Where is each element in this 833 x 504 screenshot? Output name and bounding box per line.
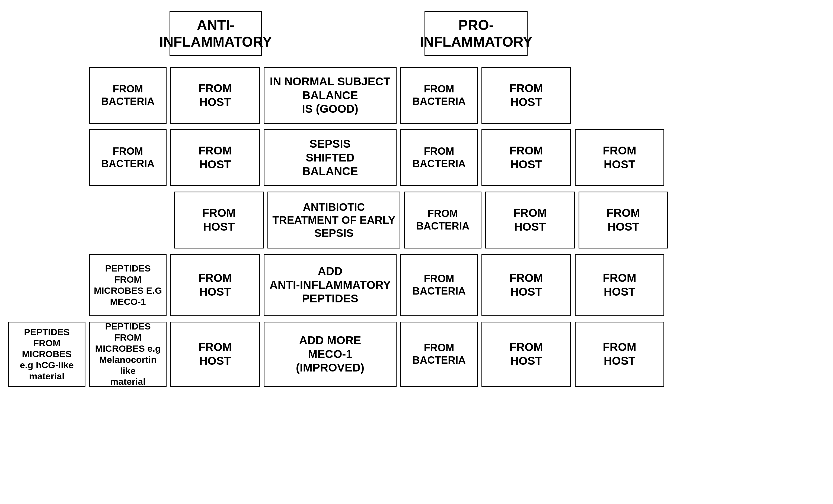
cell-pro-host1-r5: FROM HOST (481, 322, 571, 387)
cell-center-r3: ANTIBIOTIC TREATMENT OF EARLY SEPSIS (267, 192, 400, 249)
header-pro: PRO- INFLAMMATORY (425, 11, 528, 56)
cell-pro-bacteria-r2: FROM BACTERIA (400, 129, 478, 186)
cell-anti-bacteria-r2: FROM BACTERIA (89, 129, 167, 186)
cell-anti-host-r3: FROM HOST (174, 192, 264, 249)
cell-pro-host2-r2: FROM HOST (575, 129, 664, 186)
row-antibiotic: FROM HOST ANTIBIOTIC TREATMENT OF EARLY … (8, 192, 825, 249)
cell-pro-host2-r5: FROM HOST (575, 322, 664, 387)
cell-center-r5: ADD MORE MECO-1 (IMPROVED) (264, 322, 397, 387)
cell-pro-bacteria-r5: FROM BACTERIA (400, 322, 478, 387)
cell-pro-bacteria-r3: FROM BACTERIA (404, 192, 481, 249)
cell-center-r2: SEPSIS SHIFTED BALANCE (264, 129, 397, 186)
row-normal: FROM BACTERIA FROM HOST IN NORMAL SUBJEC… (8, 67, 825, 124)
cell-pro-host2-r3: FROM HOST (578, 192, 668, 249)
cell-anti-host-r4: FROM HOST (170, 254, 260, 316)
row-add-more-meco: PEPTIDES FROM MICROBES e.g hCG-like mate… (8, 322, 825, 387)
cell-anti-host-r2: FROM HOST (170, 129, 260, 186)
cell-pro-host-r1: FROM HOST (481, 67, 571, 124)
header-anti: ANTI- INFLAMMATORY (169, 11, 262, 56)
cell-anti-peptides-r4: PEPTIDES FROM MICROBES E.G MECO-1 (89, 254, 167, 316)
row-add-anti-peptides: PEPTIDES FROM MICROBES E.G MECO-1 FROM H… (8, 254, 825, 316)
cell-pro-host2-r4: FROM HOST (575, 254, 664, 316)
cell-anti-host-r1: FROM HOST (170, 67, 260, 124)
cell-anti-host-r5: FROM HOST (170, 322, 260, 387)
cell-center-r1: IN NORMAL SUBJECT BALANCE IS (GOOD) (264, 67, 397, 124)
cell-anti-melanocortin-r5: PEPTIDES FROM MICROBES e.g Melanocortin … (89, 322, 167, 387)
row-sepsis: FROM BACTERIA FROM HOST SEPSIS SHIFTED B… (8, 129, 825, 186)
cell-pro-host1-r3: FROM HOST (485, 192, 575, 249)
cell-anti-bacteria-r1: FROM BACTERIA (89, 67, 167, 124)
diagram: ANTI- INFLAMMATORY PRO- INFLAMMATORY FRO… (8, 11, 825, 392)
cell-pro-bacteria-r4: FROM BACTERIA (400, 254, 478, 316)
cell-pro-host1-r4: FROM HOST (481, 254, 571, 316)
cell-anti-hcg-r5: PEPTIDES FROM MICROBES e.g hCG-like mate… (8, 322, 86, 387)
cell-pro-host1-r2: FROM HOST (481, 129, 571, 186)
cell-pro-bacteria-r1: FROM BACTERIA (400, 67, 478, 124)
cell-center-r4: ADD ANTI-INFLAMMATORY PEPTIDES (264, 254, 397, 316)
